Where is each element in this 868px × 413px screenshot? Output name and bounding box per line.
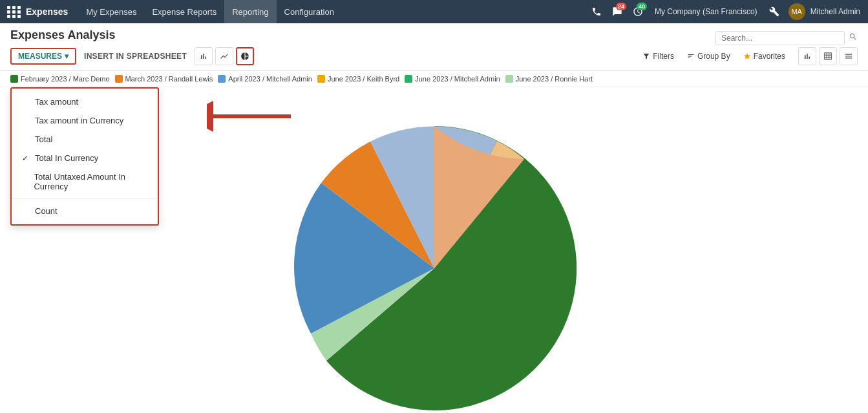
messages-icon-btn[interactable]: 24 <box>608 3 626 21</box>
clock-badge: 40 <box>637 3 647 10</box>
legend-color-2 <box>218 75 226 83</box>
line-chart-view-button[interactable] <box>215 47 233 65</box>
legend-item-0: February 2023 / Marc Demo <box>10 75 110 83</box>
messages-badge: 24 <box>616 3 626 10</box>
user-avatar[interactable]: MA <box>789 3 805 20</box>
main-content: Tax amount Tax amount in Currency Total … <box>0 87 868 413</box>
measure-tax-amount-currency[interactable]: Tax amount in Currency <box>12 111 158 130</box>
measure-total-untaxed-currency[interactable]: Total Untaxed Amount In Currency <box>12 167 158 196</box>
table-bar-view-button[interactable] <box>798 47 816 65</box>
apps-grid-icon <box>7 6 21 18</box>
filters-button[interactable]: Filters <box>637 49 679 63</box>
measure-tax-amount[interactable]: Tax amount <box>12 92 158 111</box>
search-input[interactable] <box>721 34 839 43</box>
legend-label-1: March 2023 / Randall Lewis <box>125 75 213 83</box>
nav-configuration[interactable]: Configuration <box>277 0 342 23</box>
insert-spreadsheet-button[interactable]: INSERT IN SPREADSHEET <box>79 49 192 63</box>
legend-color-3 <box>317 75 325 83</box>
legend-color-0 <box>10 75 18 83</box>
measure-total[interactable]: Total <box>12 130 158 149</box>
pie-chart-view-button[interactable] <box>236 47 254 65</box>
clock-icon-btn[interactable]: 40 <box>629 3 647 21</box>
dropdown-divider <box>12 198 158 199</box>
pie-chart <box>266 100 602 410</box>
search-bar[interactable] <box>715 31 845 45</box>
legend-color-5 <box>505 75 513 83</box>
search-icon-btn[interactable] <box>849 32 858 43</box>
legend-label-3: June 2023 / Keith Byrd <box>328 75 399 83</box>
legend-item-5: June 2023 / Ronnie Hart <box>505 75 593 83</box>
legend-label-0: February 2023 / Marc Demo <box>21 75 110 83</box>
page-title: Expenses Analysis <box>10 28 115 42</box>
brand-label[interactable]: Expenses <box>26 6 68 17</box>
legend-item-1: March 2023 / Randall Lewis <box>115 75 213 83</box>
list-view-button[interactable] <box>840 47 858 65</box>
nav-expense-reports[interactable]: Expense Reports <box>144 0 224 23</box>
arrow-svg <box>207 94 297 139</box>
username-label[interactable]: Mitchell Admin <box>808 7 863 16</box>
legend-color-1 <box>115 75 123 83</box>
legend-item-2: April 2023 / Mitchell Admin <box>218 75 312 83</box>
dropdown-arrow-icon: ▾ <box>65 52 69 61</box>
apps-menu-button[interactable] <box>5 3 23 21</box>
favorites-button[interactable]: Favorites <box>738 49 790 63</box>
company-label[interactable]: My Company (San Francisco) <box>650 7 763 16</box>
pivot-view-button[interactable] <box>819 47 837 65</box>
measures-button[interactable]: MEASURES ▾ <box>10 48 76 65</box>
legend-label-5: June 2023 / Ronnie Hart <box>516 75 593 83</box>
measures-dropdown: Tax amount Tax amount in Currency Total … <box>10 87 159 226</box>
toolbar-right: Filters Group By Favorites <box>637 47 858 65</box>
bar-chart-view-button[interactable] <box>195 47 213 65</box>
nav-reporting[interactable]: Reporting <box>224 0 276 23</box>
measure-total-in-currency[interactable]: ✓ Total In Currency <box>12 149 158 167</box>
chart-legend: February 2023 / Marc Demo March 2023 / R… <box>0 71 868 87</box>
tools-icon-btn[interactable] <box>765 3 783 21</box>
arrow-annotation <box>207 94 297 141</box>
group-by-button[interactable]: Group By <box>682 49 736 63</box>
avatar-initials: MA <box>791 8 802 16</box>
legend-color-4 <box>405 75 412 83</box>
top-nav-right: 24 40 My Company (San Francisco) MA Mitc… <box>587 3 863 21</box>
page-header: Expenses Analysis MEASURES ▾ INSERT IN S… <box>0 23 868 71</box>
legend-item-4: June 2023 / Mitchell Admin <box>405 75 500 83</box>
measure-count[interactable]: Count <box>12 202 158 220</box>
legend-item-3: June 2023 / Keith Byrd <box>317 75 399 83</box>
phone-icon-btn[interactable] <box>587 3 606 21</box>
nav-my-expenses[interactable]: My Expenses <box>78 0 144 23</box>
toolbar: MEASURES ▾ INSERT IN SPREADSHEET Filters… <box>10 47 858 70</box>
legend-label-2: April 2023 / Mitchell Admin <box>228 75 312 83</box>
legend-label-4: June 2023 / Mitchell Admin <box>415 75 500 83</box>
top-navigation: Expenses My Expenses Expense Reports Rep… <box>0 0 868 23</box>
